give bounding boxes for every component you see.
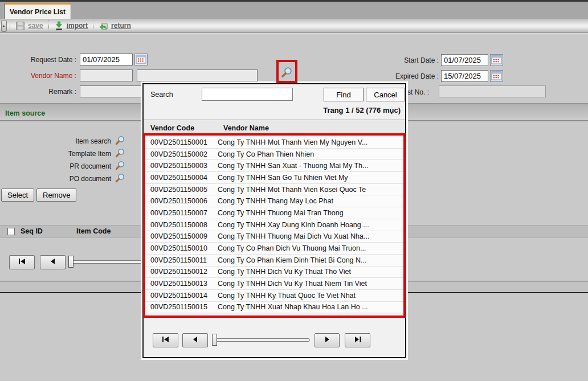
vendor-code-cell: 00VD2501150015 — [145, 303, 218, 311]
vendor-code-cell: 00VD2501150003 — [145, 162, 218, 170]
prev-page-icon — [49, 258, 57, 267]
popup-search-label: Search — [150, 91, 173, 99]
vendor-name-input[interactable] — [137, 69, 258, 81]
item-source-link[interactable]: Item search — [0, 135, 126, 148]
vendor-code-cell: 00VD2501150012 — [145, 268, 218, 276]
window-top-strip — [0, 0, 588, 19]
vendor-name-cell: Cong Ty Co Phan Dich Vu Thuong Mai Truon… — [218, 244, 404, 252]
vendor-code-cell: 00VD2501150010 — [145, 244, 218, 252]
calendar-icon — [491, 55, 502, 66]
select-all-checkbox[interactable] — [7, 228, 15, 235]
popup-find-button[interactable]: Find — [324, 88, 364, 101]
save-button[interactable]: save — [13, 21, 46, 31]
grid-header-seq-id: Seq ID — [21, 227, 43, 235]
popup-pager-next-button[interactable] — [315, 333, 340, 347]
vendor-code-cell: 00VD2501150004 — [145, 174, 218, 182]
popup-vendor-rows: 00VD2501150001 Cong Ty TNHH Mot Thanh Vi… — [145, 137, 404, 313]
vendor-code-cell: 00VD2501150007 — [145, 209, 218, 217]
return-button[interactable]: return — [96, 21, 133, 31]
popup-pager-first-button[interactable] — [153, 333, 178, 347]
calendar-icon — [491, 71, 502, 82]
popup-page-info: Trang 1 / 52 (776 mục) — [323, 106, 401, 114]
request-date-input[interactable] — [80, 54, 133, 65]
popup-column-vendor-name: Vendor Name — [223, 124, 269, 132]
vendor-row[interactable]: 00VD2501150011 Cong Ty Co Phan Kiem Dinh… — [145, 255, 404, 267]
remove-button[interactable]: Remove — [36, 189, 76, 202]
magnifier-icon[interactable] — [115, 173, 125, 185]
calendar-icon — [136, 54, 146, 65]
popup-pager-slider-thumb[interactable] — [212, 334, 217, 346]
magnifier-icon[interactable] — [115, 160, 125, 173]
request-date-calendar-button[interactable] — [134, 54, 148, 65]
vendor-code-input[interactable] — [80, 69, 133, 81]
item-source-section-title: Item source — [5, 109, 45, 117]
vendor-row[interactable]: 00VD2501150006 Cong Ty TNHH Thang May Lo… — [145, 195, 404, 207]
vendor-name-cell: Cong Ty TNHH Xuat Nhap Khau Hoa Lan Ho .… — [218, 303, 404, 311]
vendor-row[interactable]: 00VD2501150001 Cong Ty TNHH Mot Thanh Vi… — [145, 137, 404, 149]
magnifier-icon[interactable] — [115, 148, 125, 160]
vendor-name-cell: Cong Ty TNHH Thuong Mai Dich Vu Xuat Nha… — [218, 232, 404, 240]
vendor-code-cell: 00VD2501150011 — [145, 256, 218, 264]
grid-pager-first-button[interactable] — [9, 255, 35, 269]
item-source-link[interactable]: PO document — [0, 173, 126, 185]
popup-pager-prev-button[interactable] — [182, 333, 208, 347]
first-page-icon — [18, 258, 26, 267]
import-icon — [54, 21, 64, 31]
start-date-input[interactable] — [441, 54, 488, 66]
popup-search-input[interactable] — [202, 88, 293, 101]
vendor-name-cell: Cong Ty TNHH Thuong Mai Tran Thong — [218, 209, 404, 217]
toolbar: ▸ save import return — [0, 19, 588, 33]
vendor-code-cell: 00VD2501150005 — [145, 186, 218, 194]
vendor-name-cell: Cong Ty TNHH Dich Vu Ky Thuat Niem Tin V… — [218, 280, 404, 288]
start-date-label: Start Date : — [365, 56, 439, 64]
save-floppy-icon — [15, 21, 25, 31]
expired-date-label: Expired Date : — [365, 72, 439, 80]
popup-pager-last-button[interactable] — [345, 333, 370, 347]
vendor-row[interactable]: 00VD2501150015 Cong Ty TNHH Xuat Nhap Kh… — [145, 302, 404, 314]
vendor-row[interactable]: 00VD2501150002 Cong Ty Co Phan Thien Nhi… — [145, 149, 404, 161]
popup-cancel-button[interactable]: Cancel — [366, 88, 405, 101]
start-date-calendar-button[interactable] — [490, 54, 503, 66]
tab-vendor-price-list[interactable]: Vendor Price List — [4, 3, 71, 19]
save-button-label: save — [28, 22, 43, 30]
return-arrow-icon — [99, 21, 108, 31]
vendor-row[interactable]: 00VD2501150008 Cong Ty TNHH Xay Dung Kin… — [145, 219, 404, 231]
item-source-link[interactable]: Template Item — [0, 148, 126, 160]
vendor-row[interactable]: 00VD2501150009 Cong Ty TNHH Thuong Mai D… — [145, 231, 404, 243]
vendor-search-magnifier-icon[interactable] — [280, 66, 293, 79]
first-page-icon — [162, 336, 170, 345]
vendor-search-popup: Search Find Cancel Trang 1 / 52 (776 mục… — [142, 83, 406, 358]
pricelist-no-input[interactable] — [439, 85, 546, 97]
magnifier-icon[interactable] — [115, 135, 125, 148]
item-source-link-label: Template Item — [68, 150, 111, 158]
vendor-name-cell: Cong Ty Co Phan Kiem Dinh Thiet Bi Cong … — [218, 256, 404, 264]
last-page-icon — [354, 336, 362, 345]
vendor-row[interactable]: 00VD2501150007 Cong Ty TNHH Thuong Mai T… — [145, 207, 404, 219]
toolbar-collapse-grip[interactable]: ▸ — [1, 20, 7, 32]
vendor-row[interactable]: 00VD2501150003 Cong Ty TNHH San Xuat - T… — [145, 160, 404, 172]
grid-pager-slider-thumb[interactable] — [68, 256, 74, 268]
item-source-links: Item search Template Item PR document PO… — [0, 135, 126, 185]
item-source-link[interactable]: PR document — [0, 160, 126, 173]
vendor-row[interactable]: 00VD2501150010 Cong Ty Co Phan Dich Vu T… — [145, 243, 404, 255]
popup-pager-slider-track[interactable] — [212, 338, 310, 342]
vendor-row[interactable]: 00VD2501150012 Cong Ty TNHH Dich Vu Ky T… — [145, 267, 404, 278]
vendor-row[interactable]: 00VD2501150014 Cong Ty TNHH Ky Thuat Quo… — [145, 290, 404, 302]
prev-page-icon — [191, 336, 199, 345]
vendor-name-label: Vendor Name : — [0, 72, 76, 80]
vendor-name-cell: Cong Ty TNHH Xay Dung Kinh Doanh Hoang .… — [218, 221, 404, 229]
vendor-name-cell: Cong Ty TNHH Ky Thuat Quoc Te Viet Nhat — [218, 292, 404, 300]
vendor-row[interactable]: 00VD2501150005 Cong Ty TNHH Mot Thanh Vi… — [145, 184, 404, 196]
vendor-row[interactable]: 00VD2501150004 Cong Ty TNHH San Go Tu Nh… — [145, 172, 404, 184]
vendor-name-cell: Cong Ty TNHH San Xuat - Thuong Mai My Th… — [218, 162, 404, 170]
import-button[interactable]: import — [52, 21, 90, 31]
select-button[interactable]: Select — [1, 189, 34, 202]
vendor-row[interactable]: 00VD2501150013 Cong Ty TNHH Dich Vu Ky T… — [145, 278, 404, 290]
toolbar-separator — [93, 21, 93, 31]
grid-pager-prev-button[interactable] — [40, 255, 66, 269]
vendor-name-cell: Cong Ty TNHH Mot Thanh Vien Kosei Quoc T… — [218, 186, 404, 194]
expired-date-input[interactable] — [441, 70, 488, 82]
vendor-code-cell: 00VD2501150008 — [145, 221, 218, 229]
expired-date-calendar-button[interactable] — [490, 70, 503, 82]
popup-table-header: Vendor Code Vendor Name — [144, 120, 405, 136]
